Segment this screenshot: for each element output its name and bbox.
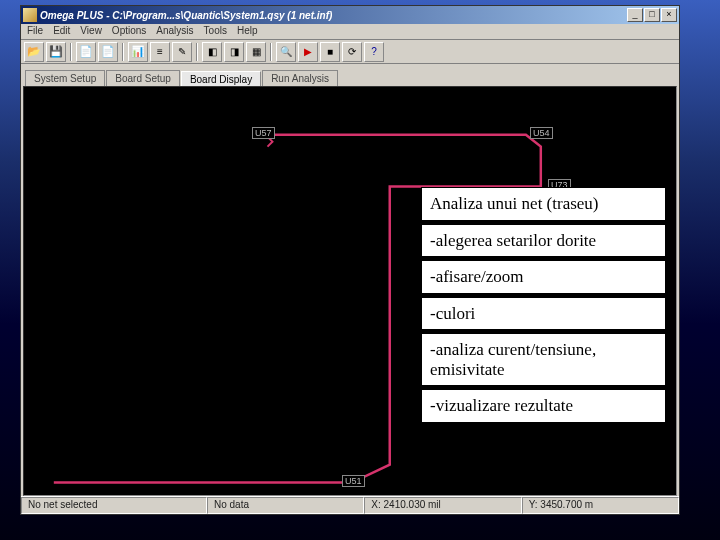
help-icon[interactable] (364, 42, 384, 62)
node-u54: U54 (530, 127, 553, 139)
menu-help[interactable]: Help (237, 25, 258, 38)
save-icon[interactable] (46, 42, 66, 62)
layout2-icon[interactable] (224, 42, 244, 62)
tab-board-display[interactable]: Board Display (181, 71, 261, 87)
separator-icon (122, 43, 124, 61)
grid-icon[interactable] (246, 42, 266, 62)
status-y: Y: 3450.700 m (522, 497, 679, 514)
status-data: No data (207, 497, 364, 514)
status-selection: No net selected (21, 497, 207, 514)
separator-icon (70, 43, 72, 61)
close-button[interactable]: × (661, 8, 677, 22)
overlay-item-1: -afisare/zoom (421, 260, 666, 294)
node-u57: U57 (252, 127, 275, 139)
menu-view[interactable]: View (80, 25, 102, 38)
app-window: Omega PLUS - C:\Program...s\Quantic\Syst… (20, 5, 680, 515)
chart-icon[interactable] (128, 42, 148, 62)
menubar: File Edit View Options Analysis Tools He… (21, 24, 679, 40)
overlay-item-4: -vizualizare rezultate (421, 389, 666, 423)
node-u51: U51 (342, 475, 365, 487)
doc2-icon[interactable] (98, 42, 118, 62)
status-x: X: 2410.030 mil (364, 497, 521, 514)
bars-icon[interactable] (150, 42, 170, 62)
menu-analysis[interactable]: Analysis (156, 25, 193, 38)
open-icon[interactable] (24, 42, 44, 62)
refresh-icon[interactable] (342, 42, 362, 62)
pencil-icon[interactable] (172, 42, 192, 62)
doc-icon[interactable] (76, 42, 96, 62)
window-title: Omega PLUS - C:\Program...s\Quantic\Syst… (40, 10, 627, 21)
titlebar: Omega PLUS - C:\Program...s\Quantic\Syst… (21, 6, 679, 24)
statusbar: No net selected No data X: 2410.030 mil … (21, 496, 679, 514)
stop-icon[interactable] (320, 42, 340, 62)
menu-file[interactable]: File (27, 25, 43, 38)
tab-system-setup[interactable]: System Setup (25, 70, 105, 86)
overlay-title: Analiza unui net (traseu) (421, 187, 666, 221)
tab-board-setup[interactable]: Board Setup (106, 70, 180, 86)
separator-icon (270, 43, 272, 61)
zoom-icon[interactable] (276, 42, 296, 62)
menu-tools[interactable]: Tools (204, 25, 227, 38)
layout1-icon[interactable] (202, 42, 222, 62)
overlay-panel: Analiza unui net (traseu) -alegerea seta… (421, 187, 666, 426)
overlay-item-3: -analiza curent/tensiune, emisivitate (421, 333, 666, 386)
tabbar: System Setup Board Setup Board Display R… (21, 64, 679, 86)
menu-options[interactable]: Options (112, 25, 146, 38)
board-canvas[interactable]: U57 U54 U73 U51 Analiza unui net (traseu… (23, 86, 677, 496)
tab-run-analysis[interactable]: Run Analysis (262, 70, 338, 86)
run-icon[interactable] (298, 42, 318, 62)
overlay-item-0: -alegerea setarilor dorite (421, 224, 666, 258)
toolbar (21, 40, 679, 64)
overlay-item-2: -culori (421, 297, 666, 331)
separator-icon (196, 43, 198, 61)
minimize-button[interactable]: _ (627, 8, 643, 22)
menu-edit[interactable]: Edit (53, 25, 70, 38)
maximize-button[interactable]: □ (644, 8, 660, 22)
app-icon (23, 8, 37, 22)
window-controls: _ □ × (627, 8, 677, 22)
